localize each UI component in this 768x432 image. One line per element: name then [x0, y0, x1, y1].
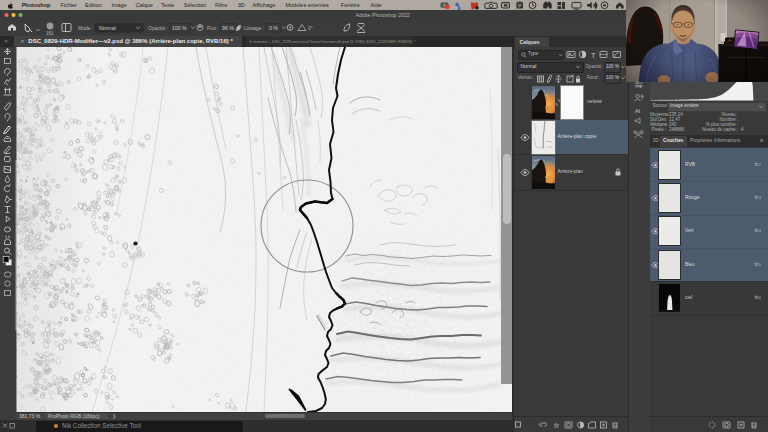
svg-text:Lissage :: Lissage :: [244, 25, 264, 31]
svg-text:0°: 0°: [308, 25, 313, 31]
svg-text:fx: fx: [554, 421, 560, 428]
svg-text:Normal: Normal: [99, 25, 116, 31]
svg-text:0 %: 0 %: [269, 25, 278, 31]
svg-text:161: 161: [46, 31, 54, 36]
svg-text:Flux :: Flux :: [207, 25, 219, 31]
svg-text:Al: Al: [635, 107, 640, 114]
svg-text:96 %: 96 %: [222, 25, 234, 31]
svg-text:Mode :: Mode :: [78, 25, 93, 31]
svg-text:100 %: 100 %: [172, 25, 187, 31]
svg-text:Opacité :: Opacité :: [148, 25, 168, 31]
svg-text:T: T: [591, 50, 596, 59]
